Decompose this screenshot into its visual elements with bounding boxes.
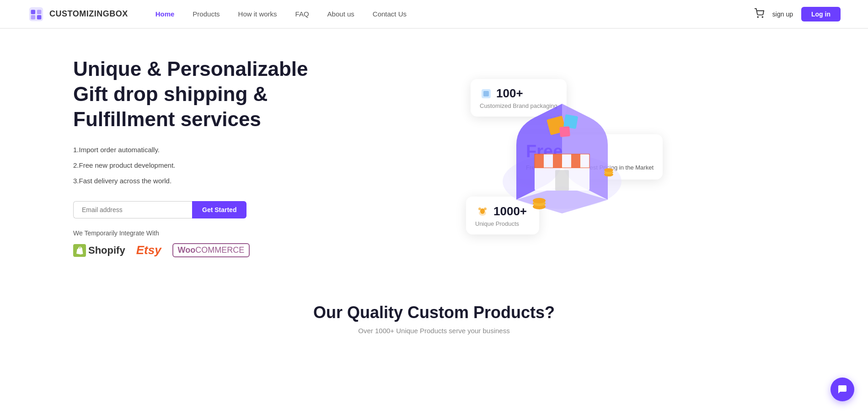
shopify-icon <box>73 244 86 257</box>
quality-subtitle: Over 1000+ Unique Products serve your bu… <box>27 327 841 335</box>
email-input[interactable] <box>73 201 192 218</box>
iso-svg <box>489 90 635 227</box>
navbar: CUSTOMIZINGBOX Home Products How it work… <box>0 0 868 28</box>
svg-rect-16 <box>553 154 562 168</box>
svg-point-12 <box>484 208 487 210</box>
integrate-logos: Shopify Etsy Woo COMMERCE <box>73 243 329 257</box>
svg-rect-17 <box>571 154 580 168</box>
get-started-button[interactable]: Get Started <box>192 201 246 218</box>
svg-point-11 <box>478 208 481 210</box>
commerce-text: COMMERCE <box>195 245 244 255</box>
quality-section: Our Quality Custom Products? Over 1000+ … <box>0 276 868 353</box>
svg-rect-8 <box>483 91 489 96</box>
svg-rect-3 <box>31 15 36 19</box>
nav-item-products[interactable]: Products <box>193 10 220 18</box>
hero-left: Unique & Personalizable Gift drop shippi… <box>73 56 329 257</box>
shopify-svg <box>76 246 83 255</box>
nav-item-faq[interactable]: FAQ <box>295 10 309 18</box>
svg-rect-4 <box>37 15 42 19</box>
nav-link-about[interactable]: About us <box>327 10 354 18</box>
svg-point-5 <box>757 16 758 17</box>
nav-item-about[interactable]: About us <box>327 10 354 18</box>
quality-title: Our Quality Custom Products? <box>27 303 841 322</box>
svg-point-28 <box>604 168 613 172</box>
hero-point-1: 1.Import order automatically. <box>73 144 329 155</box>
hero-title: Unique & Personalizable Gift drop shippi… <box>73 56 329 132</box>
etsy-text: Etsy <box>136 243 161 257</box>
nav-links: Home Products How it works FAQ About us … <box>155 10 754 18</box>
charm-icon <box>475 204 490 218</box>
nav-item-how[interactable]: How it works <box>238 10 277 18</box>
hero-right: 100+ Customized Brand packaging 1000+ Un <box>329 61 795 253</box>
hero-point-2: 2.Free new product development. <box>73 160 329 171</box>
svg-rect-19 <box>555 170 569 191</box>
nav-link-contact[interactable]: Contact Us <box>373 10 407 18</box>
logo-text: CUSTOMIZINGBOX <box>49 9 128 19</box>
etsy-logo: Etsy <box>136 243 161 257</box>
nav-item-contact[interactable]: Contact Us <box>373 10 407 18</box>
nav-right: sign up Log in <box>754 7 841 21</box>
cart-icon[interactable] <box>754 8 764 20</box>
shopify-text: Shopify <box>88 245 125 256</box>
nav-item-home[interactable]: Home <box>155 10 175 18</box>
email-row: Get Started <box>73 201 329 218</box>
hero-point-3: 3.Fast delivery across the world. <box>73 176 329 186</box>
logo-icon <box>27 5 45 23</box>
signup-link[interactable]: sign up <box>772 11 793 18</box>
nav-link-faq[interactable]: FAQ <box>295 10 309 18</box>
hero-illustration: 100+ Customized Brand packaging 1000+ Un <box>461 65 663 248</box>
svg-rect-2 <box>37 10 42 14</box>
shopify-logo: Shopify <box>73 244 125 257</box>
nav-link-how[interactable]: How it works <box>238 10 277 18</box>
svg-rect-15 <box>535 154 544 168</box>
nav-link-products[interactable]: Products <box>193 10 220 18</box>
svg-rect-1 <box>31 10 36 14</box>
hero-points: 1.Import order automatically. 2.Free new… <box>73 144 329 186</box>
svg-point-25 <box>533 198 546 203</box>
svg-point-6 <box>762 16 763 17</box>
nav-link-home[interactable]: Home <box>155 10 175 18</box>
logo-link[interactable]: CUSTOMIZINGBOX <box>27 5 128 23</box>
cart-svg <box>754 8 764 18</box>
login-button[interactable]: Log in <box>801 7 841 21</box>
svg-rect-22 <box>559 126 570 137</box>
woo-text: Woo <box>178 245 196 255</box>
iso-scene <box>489 90 635 229</box>
woocommerce-logo: Woo COMMERCE <box>172 243 250 257</box>
hero-section: Unique & Personalizable Gift drop shippi… <box>0 29 868 276</box>
integrate-label: We Temporarily Integrate With <box>73 229 329 237</box>
